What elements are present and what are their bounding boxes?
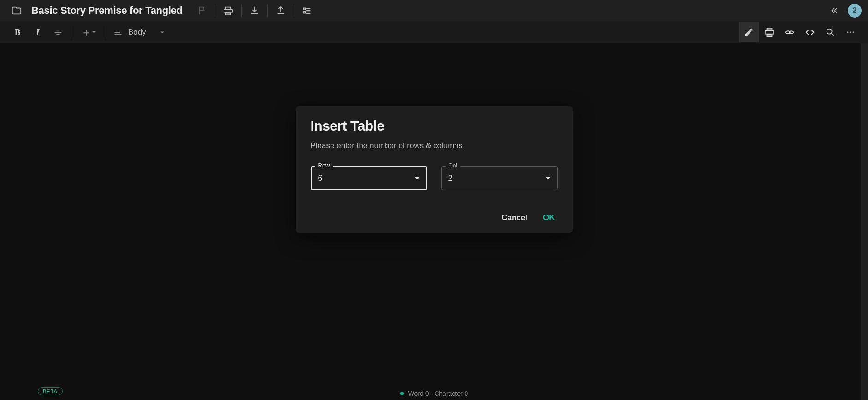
ok-button[interactable]: OK	[543, 213, 555, 222]
row-select-value: 6	[318, 173, 323, 183]
row-select[interactable]: Row 6	[311, 166, 427, 190]
col-select-label: Col	[446, 162, 461, 169]
dialog-title: Insert Table	[311, 118, 558, 134]
col-select[interactable]: Col 2	[441, 166, 558, 190]
chevron-down-icon	[545, 177, 551, 179]
dialog-backdrop: Insert Table Please enter the number of …	[0, 0, 868, 400]
row-select-label: Row	[315, 162, 333, 169]
chevron-down-icon	[414, 177, 420, 179]
cancel-button[interactable]: Cancel	[502, 213, 527, 222]
dialog-subtitle: Please enter the number of rows & column…	[311, 141, 558, 150]
col-select-value: 2	[448, 173, 453, 183]
insert-table-dialog: Insert Table Please enter the number of …	[296, 106, 573, 233]
